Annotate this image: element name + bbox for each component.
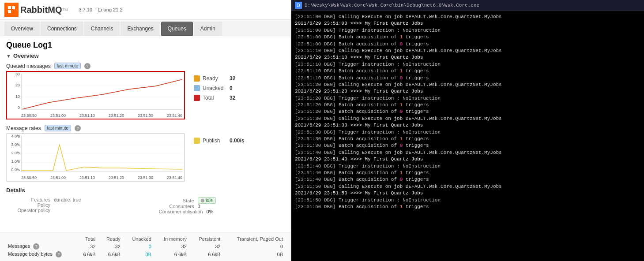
messages-label: Messages <box>8 243 30 249</box>
bytes-row-label: Message body bytes ? <box>4 250 76 258</box>
legend-color-publish <box>194 138 200 144</box>
legend-label-unacked: Unacked <box>203 85 227 91</box>
rate-y-1: 1.0/s <box>11 159 20 164</box>
rate-x-3: 23:51:20 <box>109 175 124 180</box>
message-rates-legend: Publish 0.00/s <box>194 138 244 144</box>
rate-y-2: 2.0/s <box>11 151 20 155</box>
nav-item-channels[interactable]: Channels <box>84 22 120 36</box>
state-value: idle <box>206 198 213 203</box>
messages-ready: 32 <box>99 242 124 250</box>
message-rates-section: Message rates last minute ? 4.0/s 3.0/s … <box>6 125 285 182</box>
terminal-line: [23:51:10 DBG] Calling Execute on job DE… <box>295 48 640 54</box>
terminal-title: D:\Wesky\Wsk\Wsk.Core\Wsk.Core\bin\Debug… <box>305 3 479 8</box>
bytes-ready: 6.6kB <box>99 250 124 258</box>
stats-row-bytes: Message body bytes ? 6.6kB 6.6kB 0B 6.6k… <box>4 250 286 258</box>
terminal-line: [23:51:20 DBG] Batch acquisition of 1 tr… <box>295 102 640 108</box>
terminal-line: [23:51:20 DBG] Batch acquisition of 0 tr… <box>295 108 640 115</box>
bytes-label: Message body bytes <box>8 251 53 257</box>
x-label-5: 23:51:40 <box>167 113 182 118</box>
nav-item-overview[interactable]: Overview <box>4 22 40 36</box>
message-rates-x-labels: 23:50:50 23:51:00 23:51:10 23:51:20 23:5… <box>21 175 182 180</box>
message-rates-header: Message rates last minute ? <box>6 125 285 131</box>
queued-messages-badge[interactable]: last minute <box>54 63 81 69</box>
bytes-transient: 0B <box>224 250 286 258</box>
stats-col-inmemory: In memory <box>155 235 190 242</box>
consumers-value: 0 <box>198 204 200 209</box>
details-left: Features durable: true Policy Operator p… <box>6 197 141 214</box>
overview-section-label: Overview <box>13 52 39 59</box>
state-key: State <box>150 198 194 203</box>
page-title-prefix: Queue <box>6 41 33 49</box>
rate-x-0: 23:50:50 <box>21 175 37 180</box>
legend-item-unacked: Unacked 0 <box>194 85 235 91</box>
logo: RabbitMQTM <box>4 3 68 17</box>
terminal-line: [23:51:30 DBG] Calling Execute on job DE… <box>295 116 640 122</box>
terminal-line: [23:51:50 DBG] Batch acquisition of 1 tr… <box>295 204 640 210</box>
consumer-utilisation-key: Consumer utilisation <box>150 209 203 214</box>
queued-messages-x-labels: 23:50:50 23:51:00 23:51:10 23:51:20 23:5… <box>21 113 182 118</box>
message-rates-chart: 4.0/s 3.0/s 2.0/s 1.0/s 0.0/s <box>6 133 185 182</box>
nav-item-exchanges[interactable]: Exchanges <box>121 22 160 36</box>
legend-color-ready <box>194 75 200 82</box>
consumer-utilisation-value: 0% <box>207 209 214 214</box>
messages-row-label: Messages ? <box>4 242 76 250</box>
stats-col-total: Total <box>76 235 99 242</box>
details-title: Details <box>6 187 285 194</box>
terminal-line: [23:51:50 DBG] Trigger instruction : NoI… <box>295 197 640 204</box>
queued-messages-title: Queued messages <box>6 63 51 69</box>
svg-rect-1 <box>12 6 15 9</box>
details-section: Details Features durable: true Policy Op… <box>6 187 285 214</box>
terminal-line: [23:51:00 DBG] Batch acquisition of 0 tr… <box>295 41 640 48</box>
bytes-persistent: 6.6kB <box>190 250 224 258</box>
x-label-2: 23:51:10 <box>79 113 95 118</box>
y-label-20: 20 <box>15 83 20 87</box>
stats-col-persistent: Persistent <box>190 235 224 242</box>
message-rates-svg-area <box>21 136 182 172</box>
detail-features: Features durable: true <box>6 197 141 202</box>
detail-policy: Policy <box>6 202 141 208</box>
rate-x-4: 23:51:30 <box>138 175 153 180</box>
queued-messages-svg-area <box>21 74 182 110</box>
nav-item-admin[interactable]: Admin <box>194 22 222 36</box>
nav-item-connections[interactable]: Connections <box>41 22 83 36</box>
terminal-line: 2021/6/29 23:51:00 >>>> My First Quartz … <box>295 20 640 27</box>
terminal-line: [23:51:30 DBG] Trigger instruction : NoI… <box>295 129 640 136</box>
messages-help-icon[interactable]: ? <box>33 243 39 250</box>
queued-messages-y-axis: 30 20 10 0 <box>7 72 21 110</box>
nav-item-queues[interactable]: Queues <box>161 22 193 36</box>
messages-persistent: 32 <box>190 242 224 250</box>
terminal-line: 2021/6/29 23:51:10 >>>> My First Quartz … <box>295 54 640 61</box>
messages-transient: 0 <box>224 242 286 250</box>
legend-item-ready: Ready 32 <box>194 75 235 82</box>
legend-label-total: Total <box>203 95 227 101</box>
terminal-line: [23:51:00 DBG] Trigger instruction : NoI… <box>295 27 640 34</box>
terminal-line: 2021/6/29 23:51:20 >>>> My First Quartz … <box>295 88 640 95</box>
message-rates-y-axis: 4.0/s 3.0/s 2.0/s 1.0/s 0.0/s <box>7 134 21 172</box>
operator-policy-key: Operator policy <box>6 208 50 213</box>
x-label-1: 23:51:00 <box>50 113 66 118</box>
queued-messages-help-icon[interactable]: ? <box>84 63 90 69</box>
legend-value-total: 32 <box>230 95 235 101</box>
bytes-unacked: 0B <box>124 250 155 258</box>
message-rates-help-icon[interactable]: ? <box>75 125 81 131</box>
terminal-body[interactable]: [23:51:00 DBG] Calling Execute on job DE… <box>291 11 644 261</box>
logo-tm: TM <box>62 7 68 12</box>
logo-text: RabbitMQ <box>20 5 62 15</box>
message-rates-badge[interactable]: last minute <box>45 125 71 131</box>
terminal-line: 2021/6/29 23:51:30 >>>> My First Quartz … <box>295 122 640 129</box>
legend-label-publish: Publish <box>203 138 227 144</box>
terminal-line: [23:51:10 DBG] Batch acquisition of 0 tr… <box>295 75 640 82</box>
y-label-30: 30 <box>15 72 20 76</box>
overview-section-header[interactable]: ▼ Overview <box>6 52 285 59</box>
bytes-help-icon[interactable]: ? <box>56 251 62 257</box>
queued-messages-chart-area: 30 20 10 0 <box>6 71 285 119</box>
x-label-3: 23:51:20 <box>109 113 124 118</box>
terminal-line: [23:51:10 DBG] Trigger instruction : NoI… <box>295 61 640 68</box>
bytes-total: 6.6kB <box>76 250 99 258</box>
stats-col-transient: Transient, Paged Out <box>224 235 286 242</box>
terminal-line: [23:51:20 DBG] Trigger instruction : NoI… <box>295 95 640 102</box>
terminal-line: 2021/6/29 23:51:40 >>>> My First Quartz … <box>295 156 640 163</box>
legend-value-ready: 32 <box>230 75 235 82</box>
terminal-line: [23:51:10 DBG] Batch acquisition of 1 tr… <box>295 68 640 75</box>
terminal-line: [23:51:40 DBG] Batch acquisition of 1 tr… <box>295 170 640 176</box>
